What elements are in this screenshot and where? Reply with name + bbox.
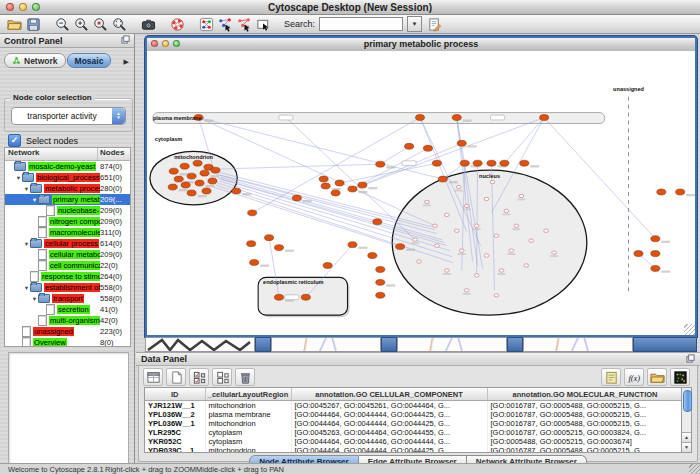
network-canvas[interactable]: plasma membranecytoplasmmitochondrionnuc… — [147, 51, 695, 335]
tree-expander-icon[interactable]: ▼ — [23, 186, 30, 192]
network-view-icon[interactable] — [198, 16, 215, 33]
attribute-cell[interactable]: mitochondrion — [205, 419, 291, 428]
column-header-region[interactable]: _cellularLayoutRegion — [205, 388, 291, 401]
attribute-cell[interactable]: YJR121W__1 — [145, 401, 205, 411]
tree-row[interactable]: ▼metabolic process280(0) — [5, 183, 130, 194]
attribute-cell[interactable]: [GO:0016787, GO:0005215, GO:0003824, G..… — [487, 428, 682, 437]
tree-row[interactable]: multi-organism pro42(0) — [5, 315, 130, 326]
zoom-selected-icon[interactable] — [92, 16, 109, 33]
attribute-cell[interactable]: [GO:0005488, GO:0005215, GO:0003674] — [487, 437, 682, 446]
float-panel-icon[interactable] — [686, 354, 695, 365]
tree-row[interactable]: ▼establishment of lo558(0) — [5, 282, 130, 293]
attribute-cell[interactable]: YKR052C — [145, 437, 205, 446]
tree-expander-icon[interactable]: ▼ — [15, 175, 22, 181]
attribute-cell[interactable]: YDR039C__1 — [145, 446, 205, 453]
tree-expander-icon[interactable]: ▼ — [31, 296, 38, 302]
attribute-cell[interactable]: plasma membrane — [205, 410, 291, 419]
float-panel-icon[interactable] — [121, 35, 130, 46]
tree-expander-icon[interactable]: ▼ — [23, 285, 30, 291]
zoom-in-icon[interactable] — [73, 16, 90, 33]
attribute-cell[interactable]: mitochondrion — [205, 401, 291, 411]
app-resize-grip[interactable] — [689, 464, 700, 474]
attribute-create-icon[interactable] — [166, 368, 186, 386]
network-window-resize-grip[interactable] — [684, 324, 695, 335]
attribute-select-icon[interactable] — [143, 368, 163, 386]
tree-row[interactable]: cell communicat22(0) — [5, 260, 130, 271]
tab-overflow-arrow-icon[interactable]: ▶ — [121, 56, 132, 68]
search-input[interactable] — [319, 17, 403, 31]
tab-network[interactable]: Network — [4, 53, 66, 68]
attribute-table-row[interactable]: YKR052Ccytoplasm[GO:0044464, GO:0044446,… — [145, 437, 682, 446]
attribute-cell[interactable]: [GO:0044464, GO:0044444, GO:0044425, G..… — [291, 446, 487, 453]
column-header-id[interactable]: ID — [145, 388, 205, 401]
attribute-table-row[interactable]: YLR295Ccytoplasm[GO:0045263, GO:0044464,… — [145, 428, 682, 437]
snapshot-icon[interactable] — [140, 16, 157, 33]
background-window-chrome[interactable] — [507, 337, 523, 352]
tree-row[interactable]: nucleobase-209(0) — [5, 205, 130, 216]
select-nodes-checkbox[interactable]: ✓ — [8, 134, 21, 147]
background-window-chrome[interactable] — [633, 337, 697, 352]
background-window-thumbnail[interactable] — [397, 337, 507, 352]
attribute-table-row[interactable]: YPL036W__1mitochondrion[GO:0044464, GO:0… — [145, 419, 682, 428]
attribute-cell[interactable]: [GO:0044464, GO:0044444, GO:0044425, G..… — [291, 419, 487, 428]
attribute-cell[interactable]: YLR295C — [145, 428, 205, 437]
tree-expander-icon[interactable]: ▼ — [31, 197, 38, 203]
attribute-cell[interactable]: cytoplasm — [205, 437, 291, 446]
zoom-fit-icon[interactable] — [111, 16, 128, 33]
attribute-cell[interactable]: cytoplasm — [205, 428, 291, 437]
attribute-cell[interactable]: [GO:0016787, GO:0005488, GO:0005215, G..… — [487, 401, 682, 411]
formula-icon[interactable]: f(x) — [624, 368, 644, 386]
scroll-down-icon[interactable]: ▼ — [682, 442, 691, 452]
background-window-thumbnail[interactable] — [523, 337, 633, 352]
tree-row[interactable]: macromolecule311(0) — [5, 227, 130, 238]
attribute-table-row[interactable]: YJR121W__1mitochondrion[GO:0045267, GO:0… — [145, 401, 682, 411]
select-nodes-network-icon[interactable] — [217, 16, 234, 33]
tree-row[interactable]: Overview8(0) — [5, 337, 130, 347]
import-table-icon[interactable] — [647, 368, 667, 386]
tree-row[interactable]: ▼primary metabo209(... — [5, 194, 130, 205]
birdseye-view[interactable] — [8, 352, 129, 474]
attribute-cell[interactable]: mitochondrion — [205, 446, 291, 453]
search-dropdown-button[interactable]: ▼ — [407, 16, 422, 32]
node-color-dropdown[interactable]: transporter activity ▲▼ — [11, 107, 126, 125]
tree-row[interactable]: unassigned223(0) — [5, 326, 130, 337]
attribute-cell[interactable]: [GO:0045263, GO:0044464, GO:0044455, G..… — [291, 428, 487, 437]
network-graph[interactable]: plasma membranecytoplasmmitochondrionnuc… — [147, 51, 695, 335]
open-file-icon[interactable] — [6, 16, 23, 33]
tree-row[interactable]: ▼biological_process651(0) — [5, 172, 130, 183]
attribute-cell[interactable]: [GO:0016787, GO:0005488, GO:0005215, G..… — [487, 410, 682, 419]
tree-column-network[interactable]: Network — [5, 148, 98, 160]
tree-row[interactable]: ▼cellular process614(0) — [5, 238, 130, 249]
save-icon[interactable] — [25, 16, 42, 33]
tree-row[interactable]: mosaic-demo-yeast874(0) — [5, 161, 130, 172]
select-edges-network-icon[interactable] — [236, 16, 253, 33]
table-scrollbar[interactable]: ▲ ▼ — [681, 387, 692, 453]
scrollbar-thumb[interactable] — [683, 390, 692, 412]
annotation-select-icon[interactable] — [255, 16, 272, 33]
tab-mosaic[interactable]: Mosaic — [67, 53, 112, 68]
label-icon[interactable] — [601, 368, 621, 386]
tree-row[interactable]: ▼transport558(0) — [5, 293, 130, 304]
column-header-molecular-function[interactable]: annotation.GO MOLECULAR_FUNCTION — [487, 388, 682, 401]
background-window-chrome[interactable] — [381, 337, 397, 352]
tree-row[interactable]: response to stimul264(0) — [5, 271, 130, 282]
attribute-cell[interactable]: [GO:0016787, GO:0005488, GO:0005215, G..… — [487, 419, 682, 428]
network-window-titlebar[interactable]: primary metabolic process — [147, 38, 695, 52]
attribute-batch-select-icon[interactable] — [189, 368, 209, 386]
tree-row[interactable]: cellular metabol209(0) — [5, 249, 130, 260]
help-icon[interactable] — [169, 16, 186, 33]
search-config-icon[interactable] — [426, 16, 443, 33]
attribute-unselect-icon[interactable] — [212, 368, 232, 386]
zoom-out-icon[interactable] — [54, 16, 71, 33]
tree-row[interactable]: nitrogen compo209(0) — [5, 216, 130, 227]
attribute-cell[interactable]: YPL036W__2 — [145, 410, 205, 419]
scroll-up-icon[interactable]: ▲ — [682, 432, 691, 442]
attribute-cell[interactable]: [GO:0044464, GO:0044446, GO:0044444, G..… — [291, 437, 487, 446]
attribute-table-row[interactable]: YDR039C__1mitochondrion[GO:0044464, GO:0… — [145, 446, 682, 453]
attribute-cell[interactable]: [GO:0016787, GO:0005488, GO:0005215, G..… — [487, 446, 682, 453]
tree-column-nodes[interactable]: Nodes — [98, 148, 130, 160]
attribute-cell[interactable]: YPL036W__1 — [145, 419, 205, 428]
tree-row[interactable]: secretion41(0) — [5, 304, 130, 315]
background-window-thumbnail[interactable] — [271, 337, 381, 352]
background-window-thumbnail[interactable] — [145, 337, 255, 352]
